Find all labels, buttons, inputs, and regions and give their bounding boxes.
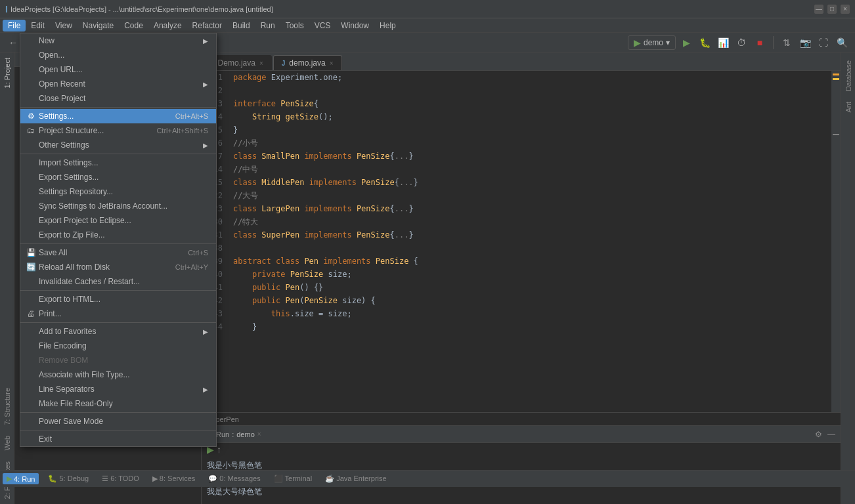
menu-item-save-all[interactable]: 💾 Save All Ctrl+S [20,245,216,260]
menu-refactor[interactable]: Refactor [187,20,227,32]
code-line-22: //大号 [233,189,826,202]
menu-window[interactable]: Window [336,20,374,32]
console-gear[interactable]: ⚙ [815,430,822,439]
menu-item-remove-bom[interactable]: Remove BOM [20,353,216,368]
run-tab-label[interactable]: Run [216,430,229,438]
menu-item-settings-repo[interactable]: Settings Repository... [20,184,216,199]
code-line-30: //特大 [233,215,826,228]
debug-button[interactable]: 🐛 [697,35,712,51]
menu-item-associate-file[interactable]: Associate with File Type... [20,368,216,382]
editor-area: J Demo.java × J demo.java × 1 2 3 4 5 6 … [202,52,841,504]
menu-item-other-settings[interactable]: Other Settings ▶ [20,138,216,152]
menu-item-open-recent[interactable]: Open Recent ▶ [20,77,216,91]
tab-label-2: demo.java [289,58,325,68]
menu-item-export-eclipse[interactable]: Export Project to Eclipse... [20,213,216,228]
profile-button[interactable]: ⏱ [734,35,749,51]
title-controls[interactable]: — □ × [814,5,850,14]
bottom-tab-todo[interactable]: ☰ 6: TODO [98,473,143,484]
reload-icon: 🔄 [26,262,36,272]
menu-tools[interactable]: Tools [280,20,309,32]
minimize-button[interactable]: — [814,5,823,14]
bottom-tab-run[interactable]: ▶ 4: Run [3,473,39,484]
menu-item-exit[interactable]: Exit [20,432,216,446]
menu-view[interactable]: View [50,20,77,32]
right-tool-ant[interactable]: Ant [843,96,854,118]
bottom-tab-debug[interactable]: 🐛 5: Debug [44,473,93,484]
camera-button[interactable]: 📷 [797,35,813,51]
menu-item-open[interactable]: Open... [20,48,216,62]
console-line-3: 我是大号绿色笔 [207,485,835,498]
run-tab-project[interactable]: demo [236,430,255,438]
editor-tabs: J Demo.java × J demo.java × [202,52,841,71]
bottom-tab-terminal[interactable]: ⬛ Terminal [270,473,316,484]
breadcrumb-bar: SuperPen [202,412,841,425]
menu-item-line-separators[interactable]: Line Separators ▶ [20,382,216,396]
maximize-button[interactable]: □ [827,5,837,14]
menu-item-make-read-only[interactable]: Make File Read-Only [20,396,216,411]
menu-item-file-encoding[interactable]: File Encoding [20,339,216,353]
sep-6 [20,412,216,413]
code-line-2 [233,84,826,97]
menu-item-export-settings[interactable]: Export Settings... [20,170,216,184]
close-button[interactable]: × [841,5,850,14]
tab-close-2[interactable]: × [330,60,334,67]
menu-item-add-favorites[interactable]: Add to Favorites ▶ [20,324,216,339]
print-icon: 🖨 [26,308,36,319]
tab-demo-java-2[interactable]: J demo.java × [273,55,342,70]
tab-close-1[interactable]: × [259,60,263,67]
code-line-41: public Pen() {} [233,281,826,294]
run-icon: ▶ [634,37,641,48]
menu-item-open-url[interactable]: Open URL... [20,62,216,77]
panel-project[interactable]: 1: Project [2,52,12,93]
code-content[interactable]: package Experiment.one; interface PenSiz… [228,71,831,412]
run-button[interactable]: ▶ [678,35,694,51]
code-line-1: package Experiment.one; [233,71,826,84]
sep-7 [20,430,216,430]
panel-web[interactable]: Web [2,430,12,455]
menu-vcs[interactable]: VCS [309,20,336,32]
menu-code[interactable]: Code [119,20,148,32]
bottom-tab-java-enterprise[interactable]: ☕ Java Enterprise [321,473,390,484]
bottom-tab-messages[interactable]: 💬 0: Messages [204,473,264,484]
menu-edit[interactable]: Edit [26,20,50,32]
menu-item-new[interactable]: New ▶ [20,33,216,48]
console-close[interactable]: — [827,430,835,439]
coverage-button[interactable]: 📊 [715,35,731,51]
console-up-icon[interactable]: ↑ [217,444,221,455]
panel-structure[interactable]: 7: Structure [2,383,12,430]
menu-item-invalidate-caches[interactable]: Invalidate Caches / Restart... [20,274,216,289]
menu-help[interactable]: Help [374,20,401,32]
code-line-44: } [233,320,826,333]
menu-item-project-structure[interactable]: 🗂 Project Structure... Ctrl+Alt+Shift+S [20,123,216,138]
bottom-tab-services[interactable]: ▶ 8: Services [148,473,199,484]
fullscreen-button[interactable]: ⛶ [816,35,831,51]
right-tool-database[interactable]: Database [843,55,854,96]
menu-item-settings[interactable]: ⚙ Settings... Ctrl+Alt+S [20,109,216,123]
code-line-3: interface PenSize{ [233,97,826,110]
editor-scrollbar[interactable] [831,71,841,412]
menu-item-print[interactable]: 🖨 Print... [20,306,216,321]
menu-item-sync-settings[interactable]: Sync Settings to JetBrains Account... [20,199,216,213]
menu-run[interactable]: Run [255,20,280,32]
back-button[interactable]: ← [5,35,21,51]
menu-analyze[interactable]: Analyze [148,20,187,32]
menu-item-power-save[interactable]: Power Save Mode [20,414,216,429]
menu-item-export-zip[interactable]: Export to Zip File... [20,228,216,242]
run-tab-close[interactable]: × [257,430,261,438]
settings-icon: ⚙ [26,111,36,121]
menu-navigate[interactable]: Navigate [77,20,119,32]
run-config-dropdown-icon: ▾ [666,38,670,47]
find-button[interactable]: 🔍 [834,35,850,51]
run-config-selector[interactable]: ▶ demo ▾ [628,35,676,50]
menu-file[interactable]: File [3,20,26,32]
menu-item-export-html[interactable]: Export to HTML... [20,292,216,306]
stop-button[interactable]: ■ [752,35,768,51]
menu-item-import-settings[interactable]: Import Settings... [20,156,216,170]
code-line-4: String getSize(); [233,110,826,123]
vcs-button[interactable]: ⇅ [779,35,795,51]
menu-item-close-project[interactable]: Close Project [20,91,216,106]
code-line-23: class LargePen implements PenSize{...} [233,202,826,215]
menu-build[interactable]: Build [227,20,255,32]
menu-item-reload[interactable]: 🔄 Reload All from Disk Ctrl+Alt+Y [20,260,216,274]
toolbar-separator-3 [773,36,774,49]
